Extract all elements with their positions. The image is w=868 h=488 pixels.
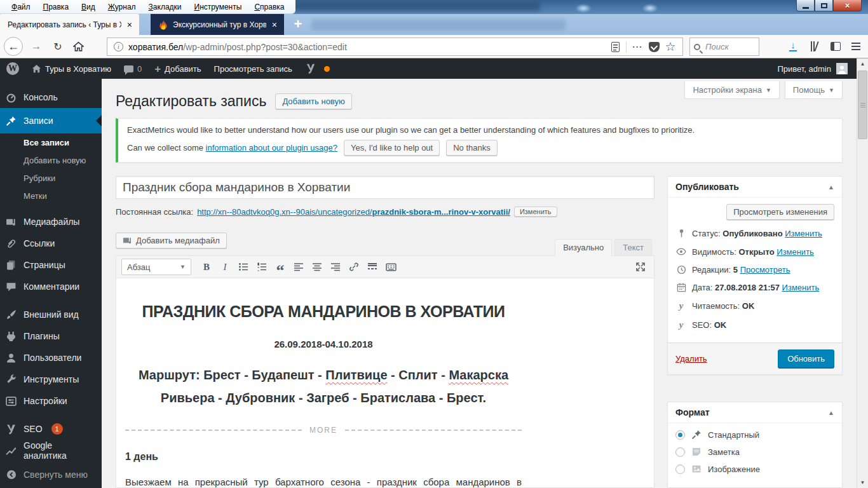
sidebar-item-users[interactable]: Пользователи — [0, 347, 102, 369]
menu-bookmarks[interactable]: Закладки — [144, 1, 187, 13]
link-button[interactable] — [346, 259, 362, 275]
format-option-standard[interactable]: Стандартный — [675, 430, 834, 440]
sidebar-item-pages[interactable]: Страницы — [0, 254, 102, 276]
new-content-menu[interactable]: + Добавить — [148, 58, 207, 79]
add-new-post-button[interactable]: Добавить новую — [275, 93, 351, 109]
radio[interactable] — [675, 464, 685, 474]
reload-button[interactable]: ↻ — [48, 37, 67, 56]
sidebar-item-plugins[interactable]: Плагины — [0, 325, 102, 347]
format-option-image[interactable]: Изображение — [675, 464, 834, 474]
bullet-list-button[interactable] — [235, 259, 252, 275]
bookmark-button[interactable]: ☆ — [662, 39, 679, 55]
sidebar-item-settings[interactable]: Настройки — [0, 390, 102, 412]
scrollbar-thumb[interactable] — [858, 71, 867, 139]
paragraph-select[interactable]: Абзац ▼ — [121, 259, 191, 275]
app-menu-button[interactable] — [846, 37, 865, 56]
collapse-toggle-icon[interactable]: ▲ — [828, 184, 834, 191]
move-to-trash-link[interactable]: Удалить — [675, 354, 707, 363]
site-menu[interactable]: Туры в Хорватию — [25, 58, 118, 79]
search-input[interactable] — [704, 41, 749, 52]
collapse-toggle-icon[interactable]: ▲ — [828, 409, 834, 416]
toolbar-toggle-button[interactable] — [383, 259, 399, 275]
menu-tools[interactable]: Инструменты — [189, 1, 247, 13]
browser-tab-tour[interactable]: Экскурсионный тур в Хорвати × — [151, 14, 284, 35]
submenu-add-new[interactable]: Добавить новую — [0, 151, 102, 169]
tab-close-icon[interactable]: × — [125, 20, 134, 30]
post-title-input[interactable] — [116, 176, 654, 199]
edit-status-link[interactable]: Изменить — [785, 229, 822, 238]
permalink-url[interactable]: http://xn--80adtvkoq0g.xn--90ais/uncateg… — [197, 207, 510, 217]
browser-tab-edit-post[interactable]: Редактировать запись ‹ Туры в Хо × — [0, 14, 139, 35]
collapse-menu-button[interactable]: Свернуть меню — [0, 464, 102, 485]
sidebar-item-tools[interactable]: Инструменты — [0, 369, 102, 390]
sidebar-item-appearance[interactable]: Внешний вид — [0, 304, 102, 325]
submenu-all-posts[interactable]: Все записи — [0, 133, 102, 151]
sidebar-item-google-analytics[interactable]: Google аналитика — [0, 440, 102, 461]
comments-menu[interactable]: 0 — [118, 58, 148, 79]
home-button[interactable] — [69, 37, 88, 56]
tab-close-icon[interactable]: × — [270, 20, 279, 30]
update-button[interactable]: Обновить — [778, 349, 834, 368]
visual-tab[interactable]: Визуально — [555, 239, 612, 256]
yoast-menu[interactable] — [299, 58, 336, 79]
numbered-list-button[interactable] — [254, 259, 270, 275]
menu-view[interactable]: Вид — [76, 1, 100, 13]
maximize-button[interactable] — [815, 0, 833, 11]
submenu-tags[interactable]: Метки — [0, 187, 102, 205]
sidebar-item-comments[interactable]: Комментарии — [0, 276, 102, 297]
scroll-up-button[interactable]: ▲ — [857, 58, 868, 69]
format-option-aside[interactable]: Заметка — [675, 447, 834, 457]
plugin-usage-link[interactable]: information about our plugin usage? — [206, 143, 337, 152]
reader-mode-button[interactable] — [607, 39, 623, 55]
menu-edit[interactable]: Правка — [38, 1, 74, 13]
page-actions-button[interactable]: ⋯ — [629, 39, 646, 55]
sidebar-toggle-button[interactable] — [826, 37, 845, 56]
radio-selected[interactable] — [675, 430, 685, 440]
url-bar[interactable]: i хорватия.бел/wp-admin/post.php?post=30… — [107, 37, 683, 56]
sidebar-item-media[interactable]: Медиафайлы — [0, 211, 102, 233]
site-info-icon[interactable]: i — [114, 42, 123, 51]
italic-button[interactable]: I — [217, 259, 233, 275]
wp-logo-menu[interactable]: W — [0, 58, 25, 79]
align-right-button[interactable] — [327, 259, 344, 275]
new-tab-button[interactable]: + — [290, 16, 306, 32]
sidebar-item-links[interactable]: Ссылки — [0, 233, 102, 254]
view-post-menu[interactable]: Просмотреть запись — [208, 58, 299, 79]
back-button[interactable]: ← — [4, 37, 23, 56]
blockquote-button[interactable]: “ — [272, 259, 288, 275]
downloads-button[interactable]: ↓ — [783, 37, 803, 56]
read-more-button[interactable] — [364, 259, 381, 275]
align-center-button[interactable] — [309, 259, 325, 275]
browse-revisions-link[interactable]: Просмотреть — [740, 265, 790, 274]
editor-content[interactable]: ПРАЗДНИК СБОРА МАНДАРИНОВ В ХОРВАТИИ 26.… — [116, 278, 654, 488]
notice-no-button[interactable]: No thanks — [446, 140, 498, 156]
edit-visibility-link[interactable]: Изменить — [776, 247, 814, 257]
radio[interactable] — [675, 447, 685, 457]
edit-date-link[interactable]: Изменить — [782, 283, 820, 292]
sidebar-item-seo[interactable]: SEO 1 — [0, 418, 102, 440]
sidebar-item-dashboard[interactable]: Консоль — [0, 86, 102, 108]
library-button[interactable] — [804, 37, 824, 56]
menu-history[interactable]: Журнал — [103, 1, 141, 13]
help-button[interactable]: Помощь ▼ — [785, 81, 843, 99]
close-button[interactable]: × — [833, 0, 862, 11]
edit-permalink-button[interactable]: Изменить — [514, 207, 557, 217]
text-tab[interactable]: Текст — [614, 239, 652, 255]
minimize-button[interactable] — [796, 0, 815, 11]
forward-button[interactable]: → — [27, 37, 46, 56]
menu-help[interactable]: Справка — [249, 1, 289, 13]
pocket-button[interactable] — [646, 39, 662, 55]
notice-yes-button[interactable]: Yes, I'd like to help out — [344, 140, 440, 156]
fullscreen-button[interactable] — [632, 259, 649, 275]
search-box[interactable] — [689, 37, 759, 56]
my-account-menu[interactable]: Привет, admin — [777, 63, 857, 74]
preview-changes-button[interactable]: Просмотреть изменения — [726, 204, 834, 220]
bold-button[interactable]: B — [198, 259, 215, 275]
scrollbar[interactable]: ▲ ▼ — [857, 58, 868, 488]
submenu-categories[interactable]: Рубрики — [0, 169, 102, 187]
add-media-button[interactable]: Добавить медиафайл — [116, 233, 227, 248]
screen-options-button[interactable]: Настройки экрана ▼ — [684, 81, 779, 99]
menu-file[interactable]: Файл — [6, 1, 36, 13]
scroll-down-button[interactable]: ▼ — [857, 477, 868, 488]
sidebar-item-posts[interactable]: Записи — [0, 108, 102, 133]
